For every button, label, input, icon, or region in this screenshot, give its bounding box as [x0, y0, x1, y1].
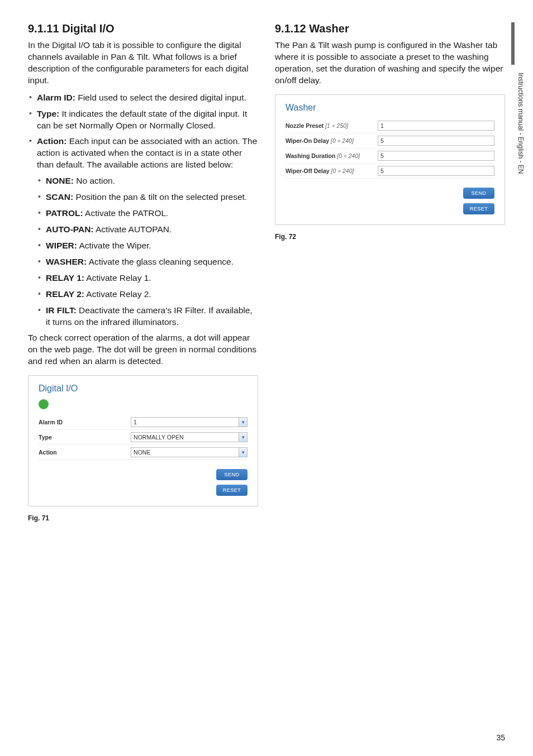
desc: Deactivate the camera's IR Filter. If av… — [46, 305, 253, 327]
wiper-off-delay-input[interactable] — [378, 166, 494, 176]
list-item: Type: It indicates the default state of … — [28, 108, 258, 132]
term: IR FILT: — [46, 305, 77, 315]
form-label: Wiper-Off Delay [0 ÷ 240] — [285, 168, 373, 174]
term: Alarm ID: — [37, 93, 75, 102]
type-select[interactable]: NORMALLY OPEN ▾ — [131, 432, 248, 442]
page-number: 35 — [496, 733, 505, 742]
wiper-on-delay-input[interactable] — [378, 136, 494, 146]
action-list: NONE: No action. SCAN: Position the pan … — [37, 175, 258, 328]
list-item: WASHER: Activate the glass cleaning sequ… — [37, 256, 258, 268]
list-item: RELAY 2: Activate Relay 2. — [37, 289, 258, 300]
panel-title: Washer — [285, 103, 494, 113]
form-label: Wiper-On Delay [0 ÷ 240] — [285, 137, 373, 144]
outro-left: To check correct operation of the alarms… — [28, 332, 258, 367]
term: RELAY 1: — [46, 273, 84, 283]
desc: Each input can be associated with an act… — [37, 136, 257, 169]
form-row-nozzle: Nozzle Preset [1 ÷ 250] — [285, 118, 494, 133]
form-row-alarm-id: Alarm ID 1 ▾ — [39, 415, 248, 430]
form-label: Action — [39, 449, 126, 456]
list-item: WIPER: Activate the Wiper. — [37, 240, 258, 252]
send-button[interactable]: SEND — [463, 188, 494, 199]
term: WASHER: — [46, 257, 87, 266]
list-item: RELAY 1: Activate Relay 1. — [37, 272, 258, 284]
section-heading-left: 9.1.11 Digital I/O — [28, 22, 258, 35]
desc: No action. — [74, 176, 115, 185]
desc: Activate AUTOPAN. — [94, 224, 172, 234]
form-row-action: Action NONE ▾ — [39, 445, 248, 460]
term: SCAN: — [46, 192, 73, 202]
side-tab-icon — [511, 22, 515, 65]
select-value: 1 — [131, 417, 239, 427]
form-label: Washing Duration [0 ÷ 240] — [285, 152, 373, 159]
washing-duration-input[interactable] — [378, 151, 494, 161]
desc: Activate Relay 1. — [84, 273, 151, 283]
chevron-down-icon: ▾ — [239, 447, 248, 457]
status-dot-icon — [39, 399, 49, 409]
figure-caption: Fig. 72 — [275, 233, 505, 241]
term: WIPER: — [46, 241, 77, 250]
term: NONE: — [46, 176, 74, 185]
list-item: SCAN: Position the pan & tilt on the sel… — [37, 192, 258, 203]
form-label: Alarm ID — [39, 419, 126, 425]
alarm-id-select[interactable]: 1 ▾ — [131, 417, 248, 427]
select-value: NORMALLY OPEN — [131, 432, 239, 442]
list-item: Alarm ID: Field used to select the desir… — [28, 92, 258, 104]
term: RELAY 2: — [46, 289, 84, 299]
digital-io-panel: Digital I/O Alarm ID 1 ▾ Type NORMALLY O… — [28, 375, 258, 506]
section-heading-right: 9.1.12 Washer — [275, 22, 505, 35]
list-item: IR FILT: Deactivate the camera's IR Filt… — [37, 305, 258, 328]
form-label: Nozzle Preset [1 ÷ 250] — [285, 122, 373, 129]
desc: Activate the Wiper. — [77, 241, 151, 250]
chevron-down-icon: ▾ — [239, 417, 248, 427]
side-label: Instructions manual - English - EN — [517, 73, 525, 174]
reset-button[interactable]: RESET — [463, 203, 494, 214]
desc: Activate the glass cleaning sequence. — [87, 257, 234, 266]
desc: Activate the PATROL. — [83, 208, 169, 218]
param-list: Alarm ID: Field used to select the desir… — [28, 92, 258, 328]
reset-button[interactable]: RESET — [216, 485, 248, 496]
form-row-wiper-on: Wiper-On Delay [0 ÷ 240] — [285, 133, 494, 149]
desc: It indicates the default state of the di… — [37, 109, 247, 130]
term: Type: — [37, 109, 59, 118]
form-row-type: Type NORMALLY OPEN ▾ — [39, 430, 248, 445]
washer-panel: Washer Nozzle Preset [1 ÷ 250] Wiper-On … — [275, 94, 505, 225]
form-label: Type — [39, 434, 126, 441]
form-row-wiper-off: Wiper-Off Delay [0 ÷ 240] — [285, 164, 494, 179]
term: PATROL: — [46, 208, 83, 218]
panel-title: Digital I/O — [39, 384, 248, 394]
intro-left: In the Digital I/O tab it is possible to… — [28, 40, 258, 87]
intro-right: The Pan & Tilt wash pump is configured i… — [275, 40, 505, 87]
desc: Position the pan & tilt on the selected … — [73, 192, 247, 202]
list-item: Action: Each input can be associated wit… — [28, 136, 258, 328]
select-value: NONE — [131, 447, 239, 457]
list-item: AUTO-PAN: Activate AUTOPAN. — [37, 224, 258, 236]
term: AUTO-PAN: — [46, 224, 94, 234]
term: Action: — [37, 136, 66, 146]
figure-caption: Fig. 71 — [28, 514, 258, 522]
desc: Activate Relay 2. — [84, 289, 151, 299]
send-button[interactable]: SEND — [216, 469, 248, 480]
chevron-down-icon: ▾ — [239, 432, 248, 442]
list-item: PATROL: Activate the PATROL. — [37, 208, 258, 219]
desc: Field used to select the desired digital… — [75, 93, 246, 102]
nozzle-preset-input[interactable] — [378, 121, 494, 131]
form-row-washing-duration: Washing Duration [0 ÷ 240] — [285, 149, 494, 164]
list-item: NONE: No action. — [37, 175, 258, 187]
action-select[interactable]: NONE ▾ — [131, 447, 248, 457]
